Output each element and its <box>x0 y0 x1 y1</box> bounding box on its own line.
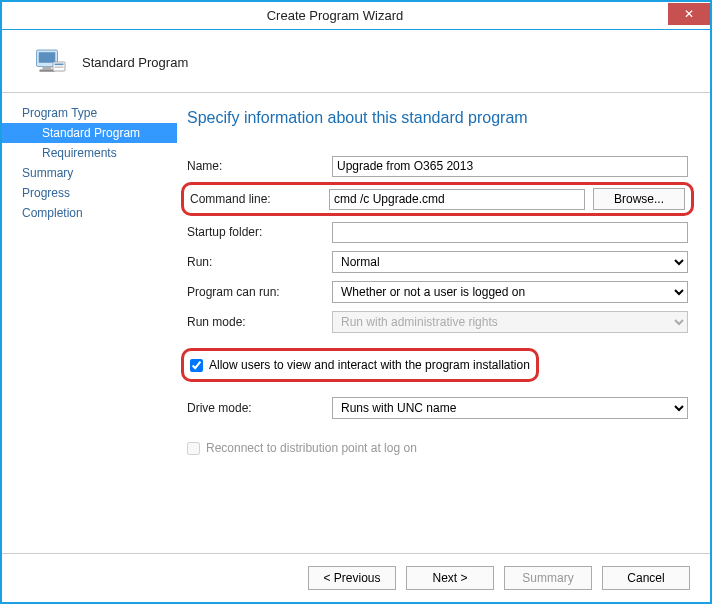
input-name[interactable] <box>332 156 688 177</box>
header-title: Standard Program <box>82 55 188 70</box>
select-program-can-run[interactable]: Whether or not a user is logged on <box>332 281 688 303</box>
titlebar-title: Create Program Wizard <box>2 8 668 23</box>
previous-button[interactable]: < Previous <box>308 566 396 590</box>
svg-rect-1 <box>39 52 56 63</box>
row-name: Name: <box>187 155 688 177</box>
sidebar-item-label: Summary <box>22 166 73 180</box>
program-icon <box>32 44 68 80</box>
svg-rect-6 <box>55 66 64 67</box>
svg-rect-2 <box>43 67 52 70</box>
svg-rect-7 <box>55 67 64 68</box>
footer: < Previous Next > Summary Cancel <box>2 553 710 602</box>
label-program-can-run: Program can run: <box>187 285 332 299</box>
select-run-mode: Run with administrative rights <box>332 311 688 333</box>
label-command-line: Command line: <box>190 192 329 206</box>
label-reconnect: Reconnect to distribution point at log o… <box>206 441 417 455</box>
row-reconnect: Reconnect to distribution point at log o… <box>187 437 688 459</box>
row-command-line: Command line: Browse... <box>190 188 685 210</box>
sidebar-item-label: Program Type <box>22 106 97 120</box>
sidebar-item-label: Progress <box>22 186 70 200</box>
page-title: Specify information about this standard … <box>187 109 688 127</box>
body: Program Type Standard Program Requiremen… <box>2 92 710 553</box>
close-icon: ✕ <box>684 7 694 21</box>
content: Specify information about this standard … <box>177 93 710 553</box>
label-name: Name: <box>187 159 332 173</box>
input-startup-folder[interactable] <box>332 222 688 243</box>
close-button[interactable]: ✕ <box>668 3 710 25</box>
checkbox-allow-interact[interactable] <box>190 359 203 372</box>
sidebar: Program Type Standard Program Requiremen… <box>2 93 177 553</box>
sidebar-item-standard-program[interactable]: Standard Program <box>2 123 177 143</box>
label-startup-folder: Startup folder: <box>187 225 332 239</box>
row-drive-mode: Drive mode: Runs with UNC name <box>187 397 688 419</box>
highlight-command-line: Command line: Browse... <box>181 182 694 216</box>
summary-button: Summary <box>504 566 592 590</box>
sidebar-item-label: Completion <box>22 206 83 220</box>
select-run[interactable]: Normal <box>332 251 688 273</box>
highlight-allow-interact: Allow users to view and interact with th… <box>181 348 539 382</box>
row-allow-interact: Allow users to view and interact with th… <box>190 354 530 376</box>
sidebar-item-label: Requirements <box>42 146 117 160</box>
titlebar: Create Program Wizard ✕ <box>2 2 710 30</box>
svg-rect-5 <box>55 64 64 66</box>
label-allow-interact: Allow users to view and interact with th… <box>209 358 530 372</box>
sidebar-item-completion[interactable]: Completion <box>2 203 177 223</box>
row-startup-folder: Startup folder: <box>187 221 688 243</box>
select-drive-mode[interactable]: Runs with UNC name <box>332 397 688 419</box>
sidebar-item-summary[interactable]: Summary <box>2 163 177 183</box>
input-command-line[interactable] <box>329 189 585 210</box>
header: Standard Program <box>2 30 710 92</box>
cancel-button[interactable]: Cancel <box>602 566 690 590</box>
sidebar-item-program-type[interactable]: Program Type <box>2 103 177 123</box>
row-program-can-run: Program can run: Whether or not a user i… <box>187 281 688 303</box>
svg-rect-3 <box>40 70 55 72</box>
row-run: Run: Normal <box>187 251 688 273</box>
label-drive-mode: Drive mode: <box>187 401 332 415</box>
sidebar-item-progress[interactable]: Progress <box>2 183 177 203</box>
label-run: Run: <box>187 255 332 269</box>
next-button[interactable]: Next > <box>406 566 494 590</box>
browse-button[interactable]: Browse... <box>593 188 685 210</box>
sidebar-item-requirements[interactable]: Requirements <box>2 143 177 163</box>
wizard-window: Create Program Wizard ✕ Standard Program… <box>0 0 712 604</box>
sidebar-item-label: Standard Program <box>42 126 140 140</box>
checkbox-reconnect <box>187 442 200 455</box>
row-run-mode: Run mode: Run with administrative rights <box>187 311 688 333</box>
label-run-mode: Run mode: <box>187 315 332 329</box>
